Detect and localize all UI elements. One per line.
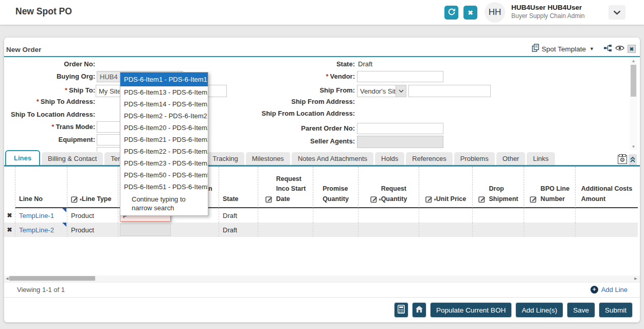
cell <box>359 208 419 223</box>
page-title: New Spot PO <box>15 6 72 17</box>
page: New Spot PO ✖ HH HUB4User HUB4User Buyer… <box>0 0 644 329</box>
column-settings-icon[interactable]: ⚙ <box>618 155 627 164</box>
scroll-up-icon[interactable]: ▲ <box>630 58 637 64</box>
line-no-link[interactable]: TempLine-1 <box>15 212 54 220</box>
hscroll-thumb[interactable] <box>9 276 95 281</box>
item-input-placeholder[interactable] <box>120 224 171 236</box>
visibility-icon[interactable] <box>615 44 624 53</box>
delete-row-icon[interactable]: ✖ <box>4 223 15 237</box>
parent-order-label: Parent Order No: <box>210 124 355 132</box>
cell <box>258 223 313 237</box>
cell <box>419 208 473 223</box>
tab-tracking[interactable]: Tracking <box>206 152 244 165</box>
avatar[interactable]: HH <box>485 2 505 23</box>
line-no-link[interactable]: TempLine-2 <box>15 226 54 234</box>
table-row: ✖TempLine-2ProductDraft <box>4 223 638 237</box>
edit-required-icon: * <box>425 195 433 203</box>
table-horizontal-scrollbar[interactable]: ◀ ▶ <box>4 276 640 281</box>
state-cell: Draft <box>219 223 258 237</box>
submit-button[interactable]: Submit <box>599 302 633 318</box>
populate-current-boh-button[interactable]: Populate Current BOH <box>430 302 512 318</box>
item-cell <box>118 223 219 237</box>
column-header-request-quantity: Request*Quantity <box>359 167 419 208</box>
autocomplete-option[interactable]: PDS-6-Item22 - PDS-6-Item22 <box>120 145 208 157</box>
column-header-bpo-line-number: BPO LineNumber <box>524 167 576 208</box>
autocomplete-option[interactable]: PDS-6-Item1 - PDS-6-Item1 <box>120 72 208 86</box>
edit-icon <box>265 195 273 203</box>
autocomplete-option[interactable]: PDS-6-Item51 - PDS-6-Item51 <box>120 181 208 193</box>
vendor-input[interactable] <box>357 71 443 82</box>
tab-lines[interactable]: Lines <box>5 150 40 165</box>
autocomplete-option[interactable]: PDS-6-Item20 - PDS-6-Item20 <box>120 122 208 134</box>
ship-from-select[interactable]: Vendor's Site <box>357 85 406 97</box>
cell <box>473 223 524 237</box>
tab-holds[interactable]: Holds <box>375 152 404 165</box>
tab-billing-contact[interactable]: Billing & Contact <box>42 152 103 165</box>
tab-other[interactable]: Other <box>496 152 526 165</box>
ship-to-address-label: *Ship To Address: <box>4 98 95 105</box>
table-header-row: Line No*Line TypeStateRequestInco StartD… <box>4 167 638 208</box>
calculator-button[interactable] <box>394 302 408 318</box>
cell-flag-icon <box>62 223 66 227</box>
viewing-count: Viewing 1-1 of 1 <box>17 286 65 294</box>
autocomplete-option[interactable]: PDS-6-Item50 - PDS-6-Item50 <box>120 169 208 181</box>
column-header-line-type: *Line Type <box>67 167 118 208</box>
trans-mode-label: *Trans Mode: <box>4 123 95 131</box>
template-selector[interactable]: Spot Template ▼ <box>532 44 594 54</box>
ship-from-input[interactable] <box>408 85 491 97</box>
refresh-button[interactable] <box>444 6 458 20</box>
autocomplete-option[interactable]: PDS-6-Item21 - PDS-6-Item21 <box>120 134 208 145</box>
item-column-header-fragment: n <box>208 185 212 192</box>
edit-icon <box>478 195 486 203</box>
edit-required-icon: * <box>370 195 378 203</box>
save-button[interactable]: Save <box>567 302 595 318</box>
hierarchy-icon[interactable] <box>603 44 612 54</box>
order-no-label: Order No: <box>4 60 95 68</box>
lines-table: Line No*Line TypeStateRequestInco StartD… <box>4 167 638 237</box>
scroll-right-icon[interactable]: ▶ <box>633 276 639 281</box>
column-header-line-no: Line No <box>15 167 67 208</box>
user-menu-button[interactable] <box>609 5 625 20</box>
close-panel-icon[interactable]: ✖ <box>628 45 636 53</box>
autocomplete-hint: Continue typing to narrow search <box>120 193 208 213</box>
cell <box>524 208 576 223</box>
cell <box>576 208 638 223</box>
add-line-link[interactable]: + Add Line <box>591 286 628 294</box>
user-role: Buyer Supply Chain Admin <box>511 12 585 20</box>
autocomplete-option[interactable]: PDS-6-Item23 - PDS-6-Item23 <box>120 157 208 169</box>
delete-row-icon[interactable]: ✖ <box>4 208 15 223</box>
warehouse-button[interactable] <box>412 302 426 318</box>
autocomplete-option[interactable]: PDS-6-Item14 - PDS-6-Item14 <box>120 98 208 110</box>
cell <box>359 223 419 237</box>
tab-links[interactable]: Links <box>527 152 554 165</box>
table-row: ✖TempLine-1ProductDraft <box>4 208 638 223</box>
column-header <box>4 167 15 208</box>
add-line-s-button[interactable]: Add Line(s) <box>515 302 563 318</box>
autocomplete-option[interactable]: PDS-6-Item13 - PDS-6-Item13 <box>120 86 208 98</box>
column-header-drop-shipment: DropShipment <box>473 167 524 208</box>
tab-milestones[interactable]: Milestones <box>246 152 290 165</box>
table-body: ✖TempLine-1ProductDraft✖TempLine-2Produc… <box>4 208 638 237</box>
cell <box>313 223 359 237</box>
autocomplete-option[interactable]: PDS-6-Item2 - PDS-6-Item2 <box>120 110 208 122</box>
cell-flag-icon <box>62 208 66 212</box>
footer-bar: Populate Current BOHAdd Line(s)SaveSubmi… <box>4 297 640 322</box>
parent-order-input[interactable] <box>357 123 443 134</box>
form-vertical-scrollbar[interactable]: ▲ ▼ <box>630 58 637 150</box>
tab-problems[interactable]: Problems <box>454 152 495 165</box>
equipment-label: Equipment: <box>4 136 95 143</box>
tab-notes-and-attachments[interactable]: Notes And Attachments <box>292 152 373 165</box>
cell <box>313 208 359 223</box>
panel-underline <box>4 56 640 57</box>
cell <box>576 223 638 237</box>
close-button[interactable]: ✖ <box>463 6 477 20</box>
collapse-icon[interactable] <box>629 154 637 165</box>
scroll-down-icon[interactable]: ▼ <box>630 143 637 150</box>
state-cell: Draft <box>219 208 258 223</box>
cell <box>419 223 473 237</box>
state-value: Draft <box>358 60 372 68</box>
vscroll-thumb[interactable] <box>631 65 636 97</box>
template-copy-icon <box>532 44 540 54</box>
line-type-cell: Product <box>67 223 118 237</box>
tab-references[interactable]: References <box>406 152 452 165</box>
